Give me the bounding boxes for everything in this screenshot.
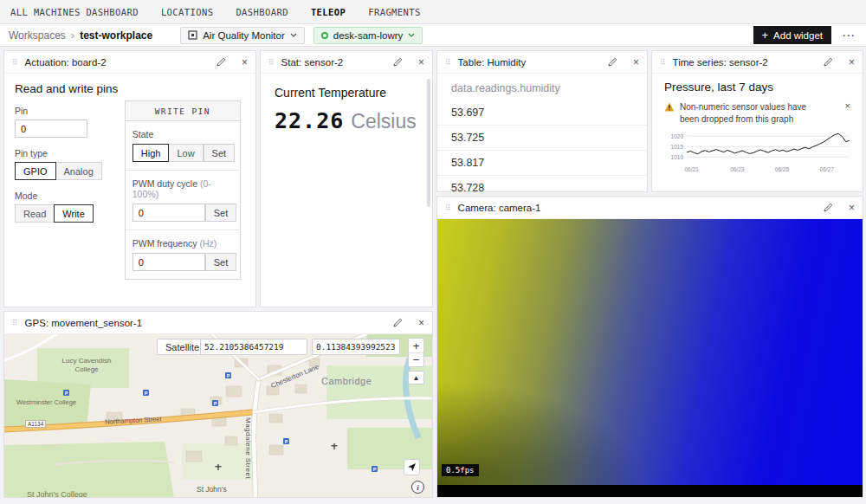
pin-type-gpio-button[interactable]: GPIO xyxy=(15,162,56,180)
svg-text:06/21: 06/21 xyxy=(684,166,699,172)
zoom-controls: + − xyxy=(408,338,424,367)
widget-header: ⠿ Time series: sensor-2 × xyxy=(652,51,863,74)
map-attribution-info-icon[interactable]: i xyxy=(411,481,424,494)
edit-widget-button[interactable] xyxy=(824,57,833,67)
pwm-duty-label: PWM duty cycle (0-100%) xyxy=(132,178,233,199)
svg-text:06/25: 06/25 xyxy=(775,166,790,172)
pin-type-label: Pin type xyxy=(15,148,102,158)
add-widget-button[interactable]: + Add widget xyxy=(753,26,832,44)
svg-text:06/23: 06/23 xyxy=(730,166,745,172)
pwm-duty-input[interactable] xyxy=(132,204,205,222)
table-row: 53.728 xyxy=(437,176,647,191)
widget-gps: ⠿ GPS: movement_sensor-1 × xyxy=(3,311,433,498)
chevron-down-icon xyxy=(408,33,415,37)
pin-type-analog-button[interactable]: Analog xyxy=(55,162,102,180)
svg-text:P: P xyxy=(145,391,148,396)
timeseries-body: Pressure, last 7 days Non-numeric sensor… xyxy=(652,74,863,191)
drag-handle-icon[interactable]: ⠿ xyxy=(12,319,18,327)
drag-handle-icon[interactable]: ⠿ xyxy=(12,58,18,67)
mode-read-button[interactable]: Read xyxy=(15,204,55,223)
state-low-button[interactable]: Low xyxy=(168,144,203,162)
actuation-body: Read and write pins Pin Pin type GPIO An… xyxy=(4,74,255,307)
nav-tab-locations[interactable]: LOCATIONS xyxy=(161,7,214,17)
table-row: 53.697 xyxy=(437,100,647,126)
dismiss-warning-button[interactable]: × xyxy=(845,101,850,111)
map-canvas[interactable]: P P P P P P xyxy=(4,334,432,497)
pwm-frequency-label: PWM frequency (Hz) xyxy=(132,238,233,249)
map-compass-button[interactable]: ▲ xyxy=(408,371,424,384)
fps-badge: 0.5fps xyxy=(442,464,479,476)
close-widget-button[interactable]: × xyxy=(633,57,639,68)
mode-label: Mode xyxy=(15,191,102,201)
add-widget-label: Add widget xyxy=(773,30,823,41)
pressure-line-chart: 10101015102006/2106/2306/2506/27 xyxy=(664,126,851,177)
close-widget-button[interactable]: × xyxy=(418,57,424,68)
nav-tab-dashboard[interactable]: DASHBOARD xyxy=(236,7,288,17)
svg-text:P: P xyxy=(373,467,377,472)
widget-camera: ⠿ Camera: camera-1 × 0.5fps xyxy=(436,196,863,498)
drag-handle-icon[interactable]: ⠿ xyxy=(445,204,451,212)
set-pwm-duty-button[interactable]: Set xyxy=(205,204,237,222)
pin-input[interactable] xyxy=(15,120,87,138)
widget-stat: ⠿ Stat: sensor-2 × Current Temperature 2… xyxy=(260,50,433,307)
svg-text:1020: 1020 xyxy=(671,133,684,139)
write-pin-panel-title: WRITE PIN xyxy=(126,101,240,121)
close-widget-button[interactable]: × xyxy=(242,57,248,68)
close-widget-button[interactable]: × xyxy=(418,318,424,328)
nav-tab-teleop[interactable]: TELEOP xyxy=(311,7,346,17)
table-column-header: data.readings.humidity xyxy=(437,74,647,100)
close-widget-button[interactable]: × xyxy=(849,203,855,213)
pin-label: Pin xyxy=(15,106,102,116)
pwm-frequency-input[interactable] xyxy=(132,253,205,271)
widget-actuation: ⠿ Actuation: board-2 × Read and write pi… xyxy=(3,50,256,307)
widget-header: ⠿ GPS: movement_sensor-1 × xyxy=(4,312,432,334)
state-high-button[interactable]: High xyxy=(132,144,170,162)
zoom-in-button[interactable]: + xyxy=(409,339,423,352)
nav-tab-fragments[interactable]: FRAGMENTS xyxy=(368,7,421,17)
scrollbar[interactable] xyxy=(427,79,430,207)
warning-banner: Non-numeric sensor values have been drop… xyxy=(664,101,850,125)
edit-widget-button[interactable] xyxy=(393,318,403,327)
widget-table: ⠿ Table: Humidity × data.readings.humidi… xyxy=(436,50,648,192)
state-label: State xyxy=(132,129,233,139)
machine-select-value: Air Quality Monitor xyxy=(203,30,285,41)
widget-title: Stat: sensor-2 xyxy=(281,57,344,68)
edit-widget-button[interactable] xyxy=(216,57,226,67)
nav-tab-all-machines-dashboard[interactable]: ALL MACHINES DASHBOARD xyxy=(10,7,139,17)
drag-handle-icon[interactable]: ⠿ xyxy=(660,58,666,67)
svg-text:1015: 1015 xyxy=(671,144,684,150)
breadcrumb-separator-icon: › xyxy=(71,29,74,42)
chevron-down-icon xyxy=(290,33,297,37)
edit-widget-button[interactable] xyxy=(824,203,833,212)
close-widget-button[interactable]: × xyxy=(849,57,855,68)
latitude-input[interactable] xyxy=(200,339,307,355)
edit-widget-button[interactable] xyxy=(608,57,617,67)
machine-part-dropdown[interactable]: desk-sam-lowry xyxy=(313,27,423,44)
table-body: data.readings.humidity 53.697 53.725 53.… xyxy=(437,74,647,191)
widget-header: ⠿ Table: Humidity × xyxy=(437,51,647,74)
overflow-menu-icon[interactable]: ⋯ xyxy=(840,28,857,43)
breadcrumb-current-workspace: test-workplace xyxy=(80,29,152,42)
widget-title: Actuation: board-2 xyxy=(25,57,107,68)
locate-button[interactable] xyxy=(404,459,420,475)
mode-write-button[interactable]: Write xyxy=(54,204,93,223)
map-container: P P P P P P Lucy Cavendish College Westm… xyxy=(4,334,432,497)
machine-select-dropdown[interactable]: Air Quality Monitor xyxy=(180,27,305,44)
drag-handle-icon[interactable]: ⠿ xyxy=(445,58,451,67)
longitude-input[interactable] xyxy=(312,339,400,355)
set-pwm-frequency-button[interactable]: Set xyxy=(205,253,237,271)
edit-widget-button[interactable] xyxy=(393,57,403,67)
widget-header: ⠿ Actuation: board-2 × xyxy=(4,51,255,74)
widget-title: GPS: movement_sensor-1 xyxy=(25,318,143,328)
camera-stream-image xyxy=(437,219,863,485)
pwm-frequency-hint: (Hz) xyxy=(199,238,216,249)
zoom-out-button[interactable]: − xyxy=(409,352,423,366)
widget-header: ⠿ Stat: sensor-2 × xyxy=(261,51,432,74)
drag-handle-icon[interactable]: ⠿ xyxy=(268,58,275,67)
set-state-button[interactable]: Set xyxy=(204,144,236,162)
svg-text:P: P xyxy=(227,373,230,378)
stat-value: 22.26 xyxy=(275,108,344,133)
breadcrumb-workspaces-link[interactable]: Workspaces xyxy=(9,29,66,42)
svg-text:06/27: 06/27 xyxy=(820,166,835,172)
state-segmented: High Low xyxy=(132,144,204,162)
